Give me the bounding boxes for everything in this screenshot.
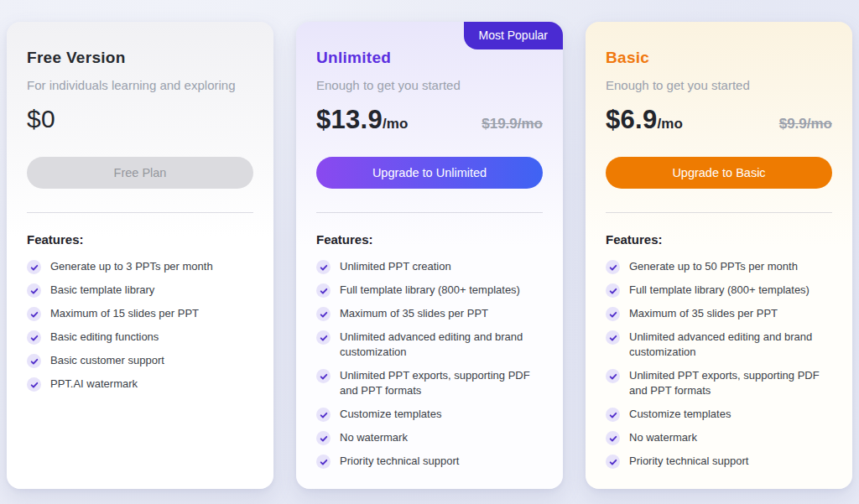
features-heading: Features: (316, 232, 543, 247)
feature-text: No watermark (340, 430, 408, 445)
plan-subtitle: For individuals learning and exploring (27, 78, 253, 92)
feature-text: PPT.AI watermark (50, 377, 138, 392)
feature-item: Unlimited advanced editing and brand cus… (606, 330, 832, 360)
feature-text: Unlimited advanced editing and brand cus… (629, 330, 832, 360)
check-icon (606, 330, 620, 345)
price-row: $0 (27, 105, 253, 137)
feature-item: No watermark (606, 430, 832, 445)
feature-item: Generate up to 50 PPTs per month (606, 259, 832, 274)
divider (606, 212, 832, 213)
price-row: $6.9 /mo $9.9/mo (606, 105, 832, 137)
feature-text: Priority technical support (629, 454, 748, 469)
check-icon (27, 330, 41, 345)
price-row: $13.9 /mo $19.9/mo (316, 105, 543, 137)
feature-text: Unlimited advanced editing and brand cus… (340, 330, 543, 360)
plan-price: $0 (27, 105, 55, 133)
check-icon (606, 307, 620, 321)
feature-text: Basic template library (50, 283, 154, 298)
feature-item: Basic template library (27, 283, 253, 298)
check-icon (316, 307, 331, 321)
feature-item: Priority technical support (316, 454, 543, 469)
feature-item: Unlimited PPT creation (316, 259, 543, 274)
feature-item: Basic editing functions (27, 330, 253, 345)
feature-item: Maximum of 15 slides per PPT (27, 306, 253, 321)
feature-text: Basic editing functions (50, 330, 159, 345)
feature-text: Unlimited PPT creation (340, 259, 451, 274)
features-list: Generate up to 50 PPTs per monthFull tem… (606, 259, 832, 469)
upgrade-to-unlimited-button[interactable]: Upgrade to Unlimited (316, 157, 543, 189)
feature-text: Maximum of 35 slides per PPT (340, 306, 488, 321)
check-icon (606, 408, 620, 422)
feature-text: Priority technical support (340, 454, 459, 469)
feature-item: Maximum of 35 slides per PPT (316, 306, 543, 321)
feature-text: Generate up to 50 PPTs per month (629, 259, 798, 274)
check-icon (606, 431, 620, 445)
feature-item: Unlimited advanced editing and brand cus… (316, 330, 543, 360)
feature-text: Maximum of 35 slides per PPT (629, 306, 778, 321)
check-icon (27, 377, 41, 392)
feature-item: Full template library (800+ templates) (316, 283, 543, 298)
pricing-cards: Free Version For individuals learning an… (0, 0, 859, 489)
pricing-card-unlimited: Most Popular Unlimited Enough to get you… (296, 22, 563, 489)
feature-item: Generate up to 3 PPTs per month (27, 259, 253, 274)
divider (27, 212, 253, 213)
check-icon (606, 283, 620, 298)
feature-text: Customize templates (629, 407, 731, 422)
check-icon (27, 307, 41, 321)
check-icon (316, 260, 331, 274)
divider (316, 212, 543, 213)
features-heading: Features: (606, 232, 832, 247)
feature-item: PPT.AI watermark (27, 377, 253, 392)
plan-title: Unlimited (316, 49, 543, 67)
plan-price: $6.9 (606, 105, 658, 135)
feature-item: No watermark (316, 430, 543, 445)
plan-price: $13.9 (316, 105, 383, 135)
feature-item: Basic customer support (27, 353, 253, 368)
feature-item: Customize templates (606, 407, 832, 422)
check-icon (27, 260, 41, 274)
upgrade-to-basic-button[interactable]: Upgrade to Basic (606, 157, 832, 189)
plan-old-price: $19.9/mo (482, 116, 543, 132)
check-icon (316, 431, 331, 445)
check-icon (27, 283, 41, 298)
check-icon (316, 283, 331, 298)
features-list: Generate up to 3 PPTs per monthBasic tem… (27, 259, 253, 392)
pricing-card-free: Free Version For individuals learning an… (7, 22, 273, 489)
plan-subtitle: Enough to get you started (606, 78, 832, 92)
check-icon (606, 369, 620, 383)
feature-item: Priority technical support (606, 454, 832, 469)
free-plan-button[interactable]: Free Plan (27, 157, 253, 189)
feature-text: No watermark (629, 430, 697, 445)
plan-price-suffix: /mo (658, 116, 683, 132)
feature-text: Unlimited PPT exports, supporting PDF an… (629, 368, 832, 398)
feature-text: Basic customer support (50, 353, 164, 368)
plan-subtitle: Enough to get you started (316, 78, 543, 92)
plan-title: Free Version (27, 49, 253, 67)
feature-item: Customize templates (316, 407, 543, 422)
check-icon (316, 455, 331, 469)
feature-text: Generate up to 3 PPTs per month (50, 259, 213, 274)
pricing-card-basic: Basic Enough to get you started $6.9 /mo… (586, 22, 852, 489)
feature-text: Full template library (800+ templates) (340, 283, 520, 298)
check-icon (316, 369, 331, 383)
feature-text: Maximum of 15 slides per PPT (50, 306, 199, 321)
check-icon (27, 354, 41, 368)
feature-item: Unlimited PPT exports, supporting PDF an… (606, 368, 832, 398)
feature-text: Unlimited PPT exports, supporting PDF an… (340, 368, 543, 398)
plan-title: Basic (606, 49, 832, 67)
feature-item: Full template library (800+ templates) (606, 283, 832, 298)
feature-text: Customize templates (340, 407, 441, 422)
feature-item: Unlimited PPT exports, supporting PDF an… (316, 368, 543, 398)
plan-old-price: $9.9/mo (779, 116, 832, 132)
features-heading: Features: (27, 232, 253, 247)
features-list: Unlimited PPT creationFull template libr… (316, 259, 543, 469)
check-icon (316, 408, 331, 422)
feature-text: Full template library (800+ templates) (629, 283, 810, 298)
most-popular-badge: Most Popular (464, 22, 563, 49)
check-icon (316, 330, 331, 345)
feature-item: Maximum of 35 slides per PPT (606, 306, 832, 321)
check-icon (606, 260, 620, 274)
check-icon (606, 455, 620, 469)
plan-price-suffix: /mo (383, 116, 408, 132)
